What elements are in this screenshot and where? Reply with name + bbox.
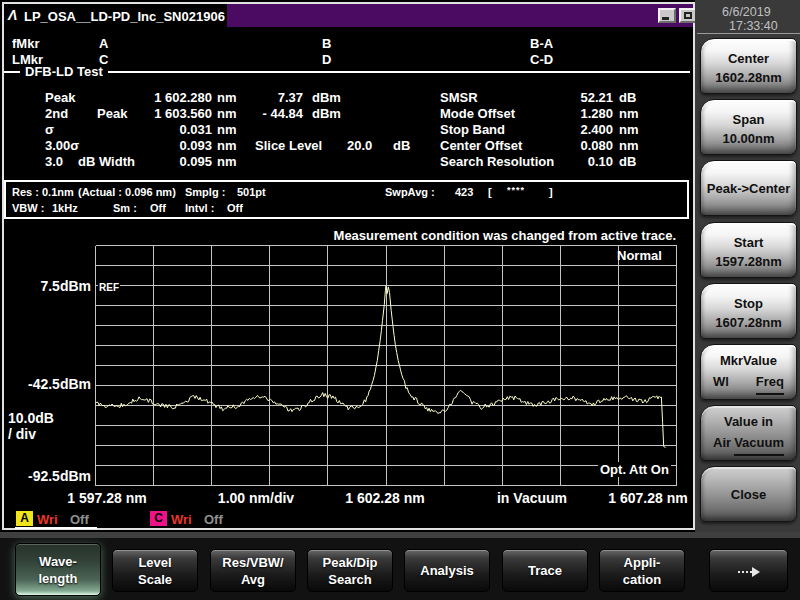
chart-message: Measurement condition was changed from a… [334, 228, 676, 243]
meas-power: - 44.84 [183, 106, 303, 121]
softkey-line1: Close [731, 487, 766, 502]
swpavg-bracket-close: ] [549, 186, 553, 198]
swpavg-bracket-open: [ [488, 186, 492, 198]
softkey-span[interactable]: Span10.00nm [700, 99, 797, 155]
meas-power-unit: dBm [312, 90, 341, 105]
marker-a-label: A [99, 36, 108, 51]
minimize-button[interactable] [658, 8, 676, 23]
y-axis-scale-2: / div [8, 426, 36, 442]
trace-A-state: Off [70, 512, 89, 527]
slice-level-value: 20.0 [347, 138, 372, 153]
menu-wave-length[interactable]: Wave-length [15, 543, 101, 596]
menu-item-line2: Search [328, 571, 371, 588]
meas-power: 7.37 [183, 90, 303, 105]
spectrum-trace [96, 286, 666, 448]
softkey-line1: Start [701, 235, 796, 251]
fmkr-label: fMkr [12, 36, 39, 51]
opt-att-label: Opt. Att On [598, 462, 671, 477]
softkey-mkrvalue[interactable]: MkrValue WlFreq [700, 344, 797, 400]
marker-b-label: B [322, 36, 331, 51]
res-label: Res : [12, 186, 39, 198]
restore-icon [684, 12, 692, 19]
trace-C-state: Off [204, 512, 223, 527]
x-axis-medium-label: in Vacuum [497, 490, 567, 506]
meas-right-unit: nm [619, 106, 639, 121]
menu-more-arrow[interactable] [709, 549, 788, 592]
meas-name: 3.0 [45, 154, 63, 169]
menu-item-line2: Scale [138, 571, 172, 588]
minimize-icon [662, 17, 669, 20]
softkey-start[interactable]: Start1597.28nm [700, 222, 797, 278]
softkey-line2: 1602.28nm [701, 67, 796, 89]
menu-item-line1: Res/VBW/ [222, 554, 283, 571]
meas-right-unit: nm [619, 122, 639, 137]
softkey-line2: 1607.28nm [701, 312, 796, 334]
sm-label: Sm : [113, 202, 137, 214]
softkey-line1: Value in [701, 414, 796, 430]
marker-ba-label: B-A [530, 36, 553, 51]
time-label: 17:33:40 [729, 19, 778, 33]
date-label: 6/6/2019 [722, 5, 771, 19]
anritsu-logo-icon: Λ [8, 7, 17, 23]
menu-item-line1: Peak/Dip [323, 554, 378, 571]
smplg-value: 501pt [237, 186, 266, 198]
y-axis-ref-value: 7.5dBm [8, 278, 91, 294]
trace-mode-label: Normal [617, 248, 662, 263]
softkey-value-in[interactable]: Value in AirVacuum [700, 405, 797, 461]
meas-power-unit: dBm [312, 106, 341, 121]
swpavg-stars: **** [507, 185, 525, 195]
softkey-center[interactable]: Center1602.28nm [700, 38, 797, 94]
meas-right-unit: dB [619, 90, 636, 105]
res-actual: (Actual : 0.096 nm) [78, 186, 176, 198]
res-value: 0.1nm [42, 186, 74, 198]
softkey-close[interactable]: Close [700, 466, 797, 522]
smplg-label: Smplg : [185, 186, 225, 198]
menu-levelscale[interactable]: LevelScale [112, 549, 198, 592]
meas-wavelength-unit: nm [217, 122, 237, 137]
softkey-line2: 10.00nm [701, 128, 796, 150]
meas-wavelength: 0.095 [92, 154, 212, 169]
meas-right-unit: nm [619, 138, 639, 153]
menu-item-line1: Trace [528, 562, 562, 579]
bottom-bar-top-edge [0, 532, 800, 538]
spectrum-chart [95, 245, 677, 486]
intvl-value: Off [227, 202, 243, 214]
softkey-line1: Center [701, 51, 796, 67]
meas-right-unit: dB [619, 154, 636, 169]
softkey-option-b: Vacuum [734, 432, 784, 456]
softkey-line1: Peak->Center [707, 181, 790, 196]
x-axis-center-label: 1 602.28 nm [345, 490, 424, 506]
softkey-peak-center[interactable]: Peak->Center [700, 160, 797, 216]
softkey-stop[interactable]: Stop1607.28nm [700, 283, 797, 339]
marker-d-label: D [322, 52, 331, 67]
menu-trace[interactable]: Trace [502, 549, 588, 592]
more-arrow-icon [738, 563, 760, 578]
swpavg-label: SwpAvg : [385, 186, 435, 198]
menu-item-line2: cation [623, 571, 661, 588]
intvl-label: Intvl : [185, 202, 214, 214]
y-axis-mid-value: -42.5dBm [8, 376, 91, 392]
menu-res-vbw-avg[interactable]: Res/VBW/Avg [210, 549, 296, 592]
y-axis-bottom-value: -92.5dBm [8, 468, 91, 484]
menu-peak-dipsearch[interactable]: Peak/DipSearch [307, 549, 393, 592]
meas-right-value: 2.400 [493, 122, 613, 137]
menu-item-line1: Level [138, 554, 171, 571]
trace-A-write-mode: Wri [37, 512, 58, 527]
trace-C-letter[interactable]: C [150, 511, 167, 526]
meas-name: 3.00σ [45, 138, 79, 153]
marker-cd-label: C-D [530, 52, 553, 67]
softkey-option-a: Air [713, 432, 731, 456]
meas-right-value: 0.10 [493, 154, 613, 169]
title-bar: Λ LP_OSA__LD-PD_Inc_SN021906 [4, 4, 693, 27]
trace-C-write-mode: Wri [171, 512, 192, 527]
softkey-line2: 1597.28nm [701, 251, 796, 273]
menu-item-line1: Wave- [39, 553, 77, 570]
window-title: LP_OSA__LD-PD_Inc_SN021906 [24, 9, 225, 24]
trace-A-letter[interactable]: A [16, 511, 33, 526]
ref-label: REF [98, 282, 120, 293]
menu-analysis[interactable]: Analysis [404, 549, 490, 592]
meas-right-value: 52.21 [493, 90, 613, 105]
menu-item-line2: Avg [241, 571, 265, 588]
slice-level-unit: dB [393, 138, 410, 153]
menu-appli-cation[interactable]: Appli-cation [599, 549, 685, 592]
